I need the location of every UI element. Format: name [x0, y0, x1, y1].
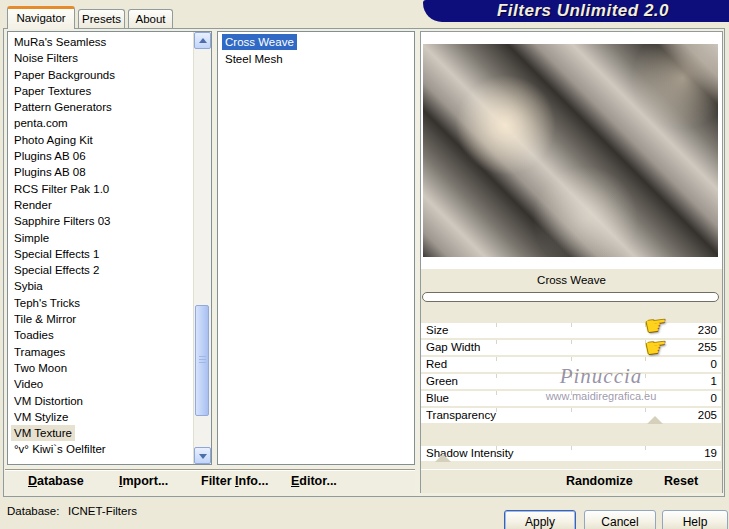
- category-item[interactable]: Sybia: [11, 278, 46, 294]
- slider-transparency[interactable]: Transparency 205: [421, 408, 721, 423]
- category-item[interactable]: MuRa's Seamless: [11, 34, 109, 50]
- scroll-up-button[interactable]: [194, 32, 211, 49]
- scroll-up-icon: [199, 38, 207, 43]
- slider-value: 230: [698, 324, 717, 336]
- category-item[interactable]: Pattern Generators: [11, 99, 115, 115]
- tab-navigator-label: Navigator: [16, 12, 65, 24]
- filter-caption: Cross Weave: [421, 269, 722, 291]
- slider-label: Transparency: [426, 409, 496, 421]
- slider-value: 0: [711, 392, 717, 404]
- app-title: Filters Unlimited 2.0: [483, 1, 669, 21]
- pointing-hand-icon: ☛: [644, 334, 669, 362]
- database-toolbar: Database Import... Filter Info... Editor…: [5, 469, 415, 494]
- category-scrollbar[interactable]: [193, 32, 211, 464]
- category-item[interactable]: Photo Aging Kit: [11, 132, 96, 148]
- randomize-reset-band: Randomize Reset: [421, 469, 722, 493]
- tab-presets-label: Presets: [82, 13, 121, 25]
- label-part: ditor...: [299, 474, 337, 488]
- category-item[interactable]: Special Effects 2: [11, 262, 102, 278]
- slider-value: 205: [698, 409, 717, 421]
- preview-area: [421, 32, 722, 269]
- tab-navigator[interactable]: Navigator: [7, 6, 75, 29]
- category-item[interactable]: °v° Kiwi`s Oelfilter: [11, 441, 109, 457]
- status-database-label: Database:: [7, 505, 59, 517]
- category-item[interactable]: Special Effects 1: [11, 246, 102, 262]
- slider-size[interactable]: Size 230: [421, 323, 721, 338]
- category-item[interactable]: Teph's Tricks: [11, 295, 83, 311]
- category-item[interactable]: Render: [11, 197, 55, 213]
- category-item[interactable]: Tramages: [11, 344, 68, 360]
- reset-button[interactable]: Reset: [664, 474, 698, 488]
- category-item[interactable]: VM Texture: [11, 425, 75, 441]
- category-list[interactable]: MuRa's SeamlessNoise FiltersPaper Backgr…: [7, 31, 212, 465]
- slider-label: Blue: [426, 392, 449, 404]
- label-mnemonic: D: [28, 474, 37, 488]
- slider-label: Red: [426, 358, 447, 370]
- scroll-thumb[interactable]: [195, 305, 209, 416]
- filter-item[interactable]: Cross Weave: [222, 34, 297, 50]
- slider-label: Gap Width: [426, 341, 480, 353]
- slider-label: Green: [426, 375, 458, 387]
- slider-shadow-intensity[interactable]: Shadow Intensity 19: [421, 446, 721, 461]
- editor-button[interactable]: Editor...: [291, 474, 337, 488]
- label-part: mport...: [122, 474, 168, 488]
- scroll-down-icon: [199, 454, 207, 459]
- status-database-value: ICNET-Filters: [68, 505, 137, 517]
- slider-gap-width[interactable]: Gap Width 255: [421, 340, 721, 355]
- category-item[interactable]: Sapphire Filters 03: [11, 213, 114, 229]
- apply-button[interactable]: Apply: [504, 510, 576, 529]
- filter-item[interactable]: Steel Mesh: [222, 51, 286, 67]
- category-item[interactable]: penta.com: [11, 115, 71, 131]
- category-item[interactable]: Toadies: [11, 327, 57, 343]
- filters-unlimited-dialog: Filters Unlimited 2.0 Navigator Presets …: [0, 0, 729, 529]
- slider-blue[interactable]: Blue 0: [421, 391, 721, 406]
- category-item[interactable]: VM Distortion: [11, 393, 86, 409]
- database-button[interactable]: Database: [28, 474, 84, 488]
- label-part: nfo...: [239, 474, 269, 488]
- tab-about-label: About: [135, 13, 165, 25]
- tab-about[interactable]: About: [128, 9, 173, 29]
- status-database: Database: ICNET-Filters: [7, 505, 207, 517]
- randomize-button[interactable]: Randomize: [566, 474, 633, 488]
- category-item[interactable]: Noise Filters: [11, 50, 81, 66]
- filter-preview-image[interactable]: [423, 44, 718, 257]
- filter-settings-panel: Cross Weave Size 230 Gap Width 255 Red 0…: [420, 31, 723, 493]
- help-button[interactable]: Help: [662, 510, 728, 529]
- progress-bar: [422, 292, 719, 302]
- parameter-sliders: Size 230 Gap Width 255 Red 0 Green 1 Blu…: [421, 323, 721, 469]
- slider-value: 1: [711, 375, 717, 387]
- category-item[interactable]: Plugins AB 06: [11, 148, 89, 164]
- slider-value: 19: [704, 447, 717, 459]
- slider-thumb-icon[interactable]: [435, 454, 451, 462]
- slider-value: 255: [698, 341, 717, 353]
- category-item[interactable]: Video: [11, 376, 46, 392]
- scroll-down-button[interactable]: [194, 447, 211, 464]
- label-part: Filter: [201, 474, 235, 488]
- filter-info-button[interactable]: Filter Info...: [201, 474, 268, 488]
- category-item[interactable]: Paper Backgrounds: [11, 67, 118, 83]
- navigator-panel: MuRa's SeamlessNoise FiltersPaper Backgr…: [3, 28, 725, 497]
- category-item[interactable]: Paper Textures: [11, 83, 94, 99]
- import-button[interactable]: Import...: [119, 474, 168, 488]
- category-item[interactable]: Tile & Mirror: [11, 311, 79, 327]
- category-item[interactable]: Simple: [11, 230, 52, 246]
- slider-green[interactable]: Green 1: [421, 374, 721, 389]
- cancel-button[interactable]: Cancel: [584, 510, 656, 529]
- filter-list[interactable]: Cross WeaveSteel Mesh: [217, 31, 415, 465]
- category-item[interactable]: VM Stylize: [11, 409, 71, 425]
- tab-presets[interactable]: Presets: [78, 9, 125, 29]
- slider-red[interactable]: Red 0: [421, 357, 721, 372]
- category-item[interactable]: Two Moon: [11, 360, 70, 376]
- label-part: atabase: [37, 474, 84, 488]
- title-banner: Filters Unlimited 2.0: [423, 0, 729, 22]
- slider-value: 0: [711, 358, 717, 370]
- slider-thumb-icon[interactable]: [647, 416, 663, 424]
- category-item[interactable]: RCS Filter Pak 1.0: [11, 181, 112, 197]
- slider-label: Size: [426, 324, 448, 336]
- category-item[interactable]: Plugins AB 08: [11, 164, 89, 180]
